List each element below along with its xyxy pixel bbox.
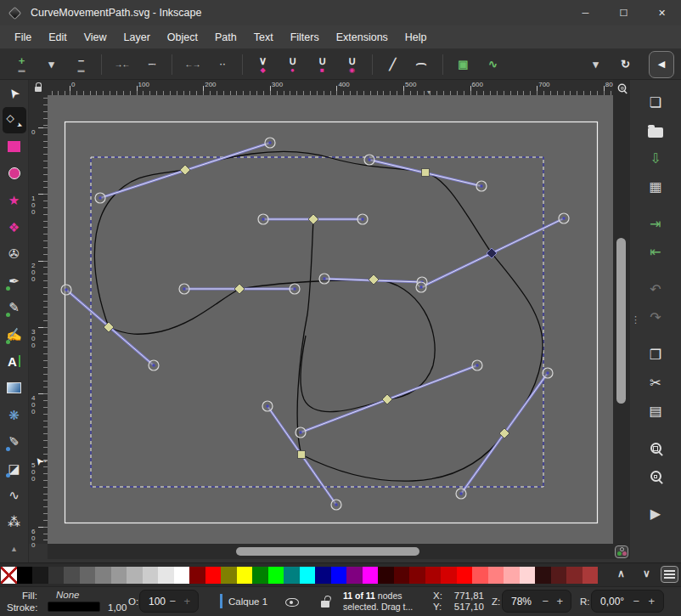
color-swatch[interactable] (64, 567, 80, 584)
rotation-spinner[interactable]: 0,00° − + (591, 590, 664, 613)
panel-handle-icon[interactable]: ⋮ (631, 314, 640, 325)
layer-name[interactable]: Calque 1 (228, 596, 267, 607)
tool-dropper[interactable]: ✐ (3, 428, 26, 455)
export-button[interactable]: ⇤ (641, 238, 670, 266)
color-swatch[interactable] (394, 567, 410, 584)
menu-path[interactable]: Path (206, 25, 245, 49)
stroke-width-value[interactable]: 1,00 (108, 602, 127, 613)
zoom-decrease-button[interactable]: − (542, 595, 549, 608)
object-to-path-button[interactable]: ▣ (452, 52, 475, 77)
quick-zoom-corner[interactable] (613, 80, 630, 95)
color-swatch[interactable] (315, 567, 331, 584)
opacity-increase-button[interactable]: + (183, 595, 190, 608)
color-swatch[interactable] (205, 567, 222, 584)
color-swatch[interactable] (409, 567, 425, 584)
undo-button[interactable]: ↶ (641, 275, 670, 303)
node-auto-button[interactable]: ∪◉ (340, 52, 363, 77)
segment-curve-button[interactable]: ( (411, 52, 434, 77)
vertical-scrollbar-thumb[interactable] (616, 238, 626, 404)
menu-edit[interactable]: Edit (40, 25, 76, 49)
vertical-ruler[interactable]: 01 0 02 0 03 0 04 0 05 0 06 0 0‣ (29, 95, 48, 544)
swatch-none[interactable] (1, 567, 17, 584)
color-swatch[interactable] (284, 567, 300, 584)
expand-panel-button[interactable]: ▶ (641, 500, 670, 528)
color-swatch[interactable] (346, 567, 363, 584)
menu-object[interactable]: Object (159, 25, 206, 49)
horizontal-ruler[interactable]: 0100200300400500600700800▾ (48, 80, 613, 95)
tool-paint-bucket[interactable]: ◪ (3, 455, 26, 483)
color-swatch[interactable] (441, 567, 457, 584)
cut-button[interactable]: ✂ (641, 369, 670, 397)
color-swatch[interactable] (378, 567, 394, 584)
color-swatch[interactable] (457, 567, 473, 584)
canvas[interactable]: ➤ (48, 95, 613, 544)
color-swatch[interactable] (174, 567, 190, 584)
segment-line-button[interactable]: ╱ (381, 52, 404, 77)
palette-menu-button[interactable] (661, 566, 678, 583)
layer-visibility-icon[interactable] (285, 598, 299, 607)
rotation-increase-button[interactable]: + (648, 595, 655, 608)
tool-rectangle[interactable] (3, 133, 26, 161)
stroke-color-swatch[interactable] (48, 602, 100, 612)
color-swatch[interactable] (300, 567, 316, 584)
color-swatch[interactable] (32, 567, 48, 584)
maximize-button[interactable]: ☐ (605, 0, 643, 25)
menu-text[interactable]: Text (245, 25, 282, 49)
snapping-toggle-button[interactable]: ↻ (614, 52, 637, 77)
color-swatch[interactable] (252, 567, 268, 584)
join-nodes-button[interactable]: →← (110, 52, 133, 77)
toolbox-overflow[interactable]: ▲ (3, 536, 26, 563)
delete-segment-button[interactable]: ∙ ∙ (211, 52, 234, 77)
color-swatch[interactable] (472, 567, 488, 584)
opacity-spinner[interactable]: 100 − + (139, 590, 199, 613)
layer-lock-icon[interactable] (321, 601, 329, 608)
color-swatch[interactable] (111, 567, 127, 584)
menu-filters[interactable]: Filters (282, 25, 328, 49)
color-swatch[interactable] (127, 567, 143, 584)
color-swatch[interactable] (331, 567, 347, 584)
open-document-button[interactable] (641, 116, 670, 144)
tool-text[interactable]: A (3, 348, 26, 376)
opacity-decrease-button[interactable]: − (169, 595, 176, 608)
color-swatch[interactable] (17, 567, 33, 584)
tool-pencil[interactable]: ✎ (3, 295, 26, 322)
color-swatch[interactable] (189, 567, 205, 584)
tool-spiral[interactable]: ✇ (3, 240, 26, 268)
color-swatch[interactable] (80, 567, 96, 584)
ruler-corner[interactable] (29, 80, 48, 95)
color-swatch[interactable] (363, 567, 379, 584)
tool-ellipse[interactable] (3, 161, 26, 188)
color-swatch[interactable] (158, 567, 174, 584)
toolbar-menu-button[interactable]: ▾ (584, 52, 607, 77)
save-document-button[interactable]: ⇩ (641, 144, 670, 172)
close-button[interactable]: ✕ (643, 0, 681, 25)
stroke-to-path-button[interactable]: ∿ (481, 52, 504, 77)
color-swatch[interactable] (95, 567, 111, 584)
tool-mesh[interactable]: ❋ (3, 402, 26, 429)
insert-node-menu-button[interactable]: ▾ (40, 52, 63, 77)
tool-spray[interactable]: ⁂ (3, 509, 26, 536)
menu-file[interactable]: File (6, 25, 40, 49)
zoom-spinner[interactable]: 78% − + (502, 590, 571, 613)
color-swatch[interactable] (520, 567, 536, 584)
lock-guides-icon[interactable] (35, 87, 42, 92)
horizontal-scrollbar[interactable] (48, 544, 613, 559)
color-swatch[interactable] (237, 567, 253, 584)
paste-button[interactable]: ▤ (641, 397, 670, 425)
duplicate-button[interactable]: ❐ (641, 341, 670, 369)
insert-node-button[interactable]: +▬ (10, 52, 33, 77)
node-symmetric-button[interactable]: ∪■ (311, 52, 334, 77)
tool-selector[interactable]: ➤ (3, 80, 26, 107)
drawing-area[interactable] (48, 95, 613, 544)
color-swatch[interactable] (488, 567, 504, 584)
collapse-snap-toolbar-button[interactable]: ◀ (649, 51, 674, 78)
menu-view[interactable]: View (76, 25, 115, 49)
opacity-value[interactable]: 100 (149, 596, 166, 608)
print-button[interactable]: ▦ (641, 172, 670, 201)
delete-node-button[interactable]: −▬ (70, 52, 93, 77)
new-document-button[interactable]: ❏ (641, 88, 670, 116)
palette-scroll-down[interactable]: ∨ (643, 568, 650, 579)
tool-gradient[interactable] (3, 375, 26, 402)
color-managed-corner[interactable] (613, 544, 630, 559)
redo-button[interactable]: ↷ (641, 303, 670, 331)
